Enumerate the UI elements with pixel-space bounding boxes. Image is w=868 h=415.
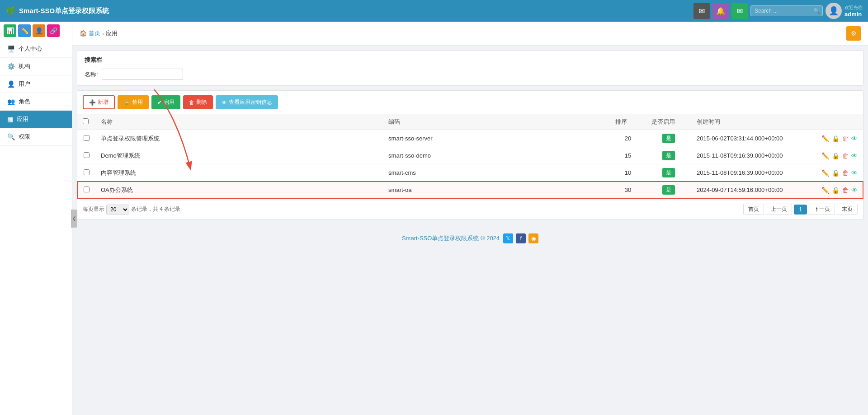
- rss-icon[interactable]: ◉: [528, 233, 538, 243]
- settings-button[interactable]: ⚙: [846, 26, 861, 41]
- add-button[interactable]: ➕ 新增: [83, 95, 115, 109]
- row-ops-1: ✏️ 🔒 🗑 👁: [809, 130, 863, 147]
- row-date-4: 2024-09-07T14:59:16.000+00:00: [691, 182, 809, 199]
- sidebar-item-label-personal: 个人中心: [19, 45, 42, 53]
- edit-button-4[interactable]: ✏️: [821, 187, 829, 194]
- th-ops: [809, 114, 863, 130]
- user-greeting: 欢迎光临: [844, 5, 863, 11]
- table-row: OA办公系统 smart-oa 30 是 2024-09-07T14:59:16…: [77, 182, 863, 199]
- table-row: 内容管理系统 smart-cms 10 是 2015-11-08T09:16:3…: [77, 164, 863, 182]
- sidebar-tool-blue[interactable]: ✏️: [18, 24, 31, 37]
- footer: Smart-SSO单点登录权限系统 © 2024 𝕏 f ◉: [72, 224, 868, 252]
- last-page-button[interactable]: 末页: [837, 204, 858, 215]
- content-area: 🏠 首页 › 应用 ⚙ 搜索栏 名称: ➕: [72, 22, 868, 415]
- sidebar-item-app[interactable]: ▦ 应用: [0, 111, 72, 128]
- bell-icon: 🔔: [716, 7, 725, 15]
- email-button[interactable]: ✉: [731, 3, 748, 19]
- row-name-1: 单点登录权限管理系统: [95, 130, 383, 147]
- row-ops-3: ✏️ 🔒 🗑 👁: [809, 164, 863, 182]
- page-1-button[interactable]: 1: [794, 205, 807, 214]
- twitter-icon[interactable]: 𝕏: [503, 233, 513, 243]
- row-action-group-3: ✏️ 🔒 🗑 👁: [814, 169, 858, 177]
- status-badge-4: 是: [662, 185, 675, 195]
- delete-icon: 🗑: [189, 99, 194, 106]
- select-all-checkbox[interactable]: [83, 118, 89, 124]
- sidebar-item-role[interactable]: 👥 角色: [0, 93, 72, 111]
- sidebar-tool-orange[interactable]: 👤: [33, 24, 45, 37]
- personal-icon: 🖥️: [7, 45, 15, 52]
- row-action-group-4: ✏️ 🔒 🗑 👁: [814, 187, 858, 194]
- view-button-2[interactable]: 👁: [851, 152, 858, 159]
- sidebar-item-user[interactable]: 👤 用户: [0, 75, 72, 93]
- row-ops-2: ✏️ 🔒 🗑 👁: [809, 147, 863, 164]
- th-enabled: 是否启用: [646, 114, 691, 130]
- sidebar-collapse-button[interactable]: ❮: [71, 210, 77, 228]
- search-name-input[interactable]: [102, 69, 183, 80]
- delete-row-button-3[interactable]: 🗑: [842, 169, 849, 177]
- message-button[interactable]: ✉: [693, 3, 710, 19]
- user-area[interactable]: 👤 欢迎光临 admin: [826, 3, 863, 19]
- row-sort-3: 10: [610, 164, 646, 182]
- breadcrumb-current: 应用: [106, 29, 118, 37]
- delete-row-button-1[interactable]: 🗑: [842, 135, 849, 142]
- per-page-select[interactable]: 20 50 100: [106, 205, 129, 214]
- header-search-input[interactable]: [750, 5, 823, 16]
- sidebar-toolbar: 📊 ✏️ 👤 🔗: [0, 22, 72, 40]
- row-sort-4: 30: [610, 182, 646, 199]
- next-page-button[interactable]: 下一页: [809, 204, 835, 215]
- edit-button-2[interactable]: ✏️: [821, 152, 829, 159]
- delete-button[interactable]: 🗑 删除: [183, 95, 213, 109]
- delete-row-button-4[interactable]: 🗑: [842, 187, 849, 194]
- sidebar-item-org[interactable]: ⚙️ 机构: [0, 58, 72, 75]
- row-enabled-1: 是: [646, 130, 691, 147]
- header-search-wrap: 🔍: [750, 5, 823, 16]
- main-layout: 📊 ✏️ 👤 🔗 🖥️ 个人中心 ⚙️ 机构 👤 用户 👥 角色 ▦ 应用 🔍 …: [0, 22, 868, 415]
- view-key-button[interactable]: 👁 查看应用密钥信息: [216, 95, 278, 109]
- row-checkbox-4[interactable]: [84, 187, 90, 192]
- row-code-3: smart-cms: [383, 164, 610, 182]
- table-wrapper: 名称 编码 排序 是否启用 创建时间 单点登录权限管理系统 smart-sso-…: [77, 114, 863, 199]
- check-icon: ✔: [157, 99, 162, 106]
- row-checkbox-cell: [77, 164, 95, 182]
- row-checkbox-3[interactable]: [84, 169, 90, 175]
- lock-button-4[interactable]: 🔒: [832, 187, 840, 194]
- lock-button-1[interactable]: 🔒: [832, 135, 840, 142]
- row-checkbox-1[interactable]: [84, 135, 90, 141]
- enable-button[interactable]: ✔ 启用: [151, 95, 180, 109]
- row-date-3: 2015-11-08T09:16:39.000+00:00: [691, 164, 809, 182]
- prev-page-button[interactable]: 上一页: [766, 204, 792, 215]
- sidebar-tool-pink[interactable]: 🔗: [47, 24, 60, 37]
- first-page-button[interactable]: 首页: [743, 204, 764, 215]
- footer-social: 𝕏 f ◉: [503, 233, 538, 243]
- view-button-3[interactable]: 👁: [851, 169, 858, 177]
- row-enabled-4: 是: [646, 182, 691, 199]
- header-left: 🌿 Smart-SSO单点登录权限系统: [5, 6, 109, 16]
- row-sort-2: 15: [610, 147, 646, 164]
- row-enabled-3: 是: [646, 164, 691, 182]
- lock-button-2[interactable]: 🔒: [832, 152, 840, 159]
- role-icon: 👥: [7, 98, 15, 105]
- sidebar-item-permission[interactable]: 🔍 权限: [0, 128, 72, 146]
- view-button-4[interactable]: 👁: [851, 187, 858, 194]
- edit-button-3[interactable]: ✏️: [821, 169, 829, 177]
- facebook-icon[interactable]: f: [516, 233, 526, 243]
- sidebar-item-personal[interactable]: 🖥️ 个人中心: [0, 40, 72, 58]
- notification-button[interactable]: 🔔: [712, 3, 729, 19]
- breadcrumb-separator: ›: [102, 30, 104, 37]
- edit-button-1[interactable]: ✏️: [821, 135, 829, 142]
- settings-icon: ⚙: [851, 30, 857, 37]
- disable-button[interactable]: 🔒 禁用: [118, 95, 149, 109]
- lock-button-3[interactable]: 🔒: [832, 169, 840, 177]
- view-button-1[interactable]: 👁: [851, 135, 858, 142]
- lock-icon: 🔒: [123, 99, 130, 106]
- row-checkbox-2[interactable]: [84, 152, 90, 158]
- sidebar-item-label-role: 角色: [19, 98, 30, 106]
- th-sort: 排序: [610, 114, 646, 130]
- sidebar-tool-green[interactable]: 📊: [4, 24, 16, 37]
- delete-row-button-2[interactable]: 🗑: [842, 152, 849, 159]
- breadcrumb-home[interactable]: 🏠 首页: [80, 29, 100, 37]
- org-icon: ⚙️: [7, 63, 15, 70]
- pagination-buttons: 首页 上一页 1 下一页 末页: [743, 204, 858, 215]
- th-checkbox: [77, 114, 95, 130]
- total-info: 条记录，共 4 条记录: [131, 205, 180, 213]
